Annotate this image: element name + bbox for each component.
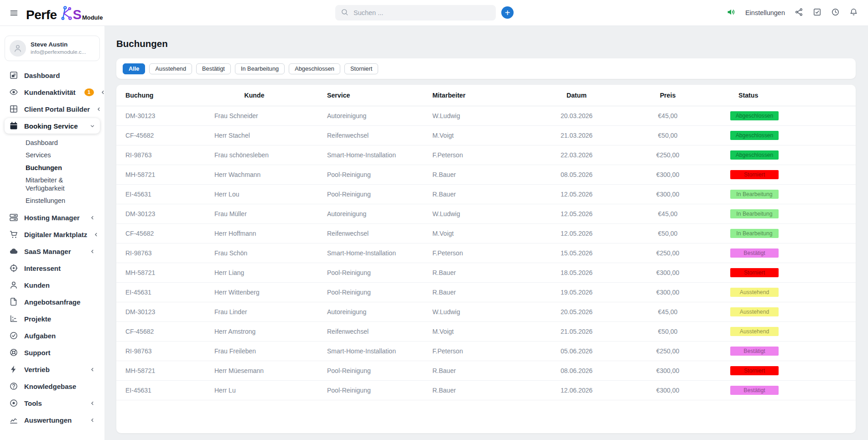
search-input[interactable]: [353, 9, 490, 17]
avatar: [10, 40, 26, 57]
bell-icon[interactable]: [849, 8, 858, 18]
cell-mitarbeiter: F.Peterson: [424, 342, 531, 361]
sidebar-item-vertrieb[interactable]: Vertrieb: [5, 362, 100, 377]
share-icon[interactable]: [795, 8, 803, 18]
cell-preis: €50,00: [622, 126, 713, 145]
sidebar-item-interessent[interactable]: Interessent: [5, 260, 100, 276]
table-row: DM-30123Frau SchneiderAutoreinigungW.Lud…: [116, 106, 856, 126]
clock-icon[interactable]: [831, 8, 840, 18]
sidebar-menu: DashboardKundenaktivität1Client Portal B…: [0, 66, 104, 428]
cell-datum: 20.03.2026: [531, 106, 622, 126]
cell-kunde: Herr Hoffmann: [205, 224, 303, 243]
filter-chip-abgeschlossen[interactable]: Abgeschlossen: [289, 63, 340, 74]
sidebar-item-kunden[interactable]: Kunden: [5, 277, 100, 293]
settings-link[interactable]: Einstellungen: [745, 9, 785, 16]
cell-mitarbeiter: F.Peterson: [424, 145, 531, 165]
cell-datum: 15.05.2026: [531, 243, 622, 263]
topbar: Perfe S Module + Einstellungen: [0, 0, 868, 26]
app-root: Perfe S Module + Einstellungen Steve Aus…: [0, 0, 868, 440]
page-title: Buchungen: [116, 38, 856, 49]
cell-mitarbeiter: R.Bauer: [424, 381, 531, 400]
cell-service: Pool-Reinigung: [303, 361, 424, 381]
cell-preis: €300,00: [622, 361, 713, 381]
cell-service: Pool-Reinigung: [303, 381, 424, 400]
sidebar-item-label: Vertrieb: [24, 366, 50, 373]
sidebar-item-hosting-manager[interactable]: Hosting Manager: [5, 210, 100, 225]
cell-mitarbeiter: M.Voigt: [424, 322, 531, 342]
cell-datum: 22.03.2026: [531, 145, 622, 165]
table-body: DM-30123Frau SchneiderAutoreinigungW.Lud…: [116, 106, 856, 400]
cell-preis: €50,00: [622, 322, 713, 342]
cell-status: Abgeschlossen: [713, 106, 856, 126]
sidebar-subitem-mitarbeiter-verf-gbarkeit[interactable]: Mitarbeiter & Verfügbarkeit: [26, 174, 94, 195]
logo[interactable]: Perfe S Module: [26, 4, 103, 21]
cell-kunde: Herr Lu: [205, 381, 303, 400]
sidebar-subitem-einstellungen[interactable]: Einstellungen: [26, 195, 94, 207]
cell-preis: €45,00: [622, 204, 713, 224]
cell-service: Smart-Home-Installation: [303, 243, 424, 263]
table-row: EI-45631Herr LouPool-ReinigungR.Bauer12.…: [116, 185, 856, 204]
bookings-table: BuchungKundeServiceMitarbeiterDatumPreis…: [116, 85, 856, 400]
topbar-right: Einstellungen: [726, 0, 858, 26]
status-badge: Ausstehend: [730, 307, 779, 316]
chevron-left-icon: [89, 215, 95, 221]
filter-chip-in-bearbeitung[interactable]: In Bearbeitung: [235, 63, 285, 74]
cell-kunde: Herr Amstrong: [205, 322, 303, 342]
sidebar-item-support[interactable]: Support: [5, 345, 100, 360]
cell-buchung: RI-98763: [116, 145, 205, 165]
column-header-buchung: Buchung: [116, 85, 205, 106]
chevron-left-icon: [89, 367, 95, 373]
filter-chip-storniert[interactable]: Storniert: [344, 63, 378, 74]
sidebar-item-aufgaben[interactable]: Aufgaben: [5, 328, 100, 343]
cell-buchung: CF-45682: [116, 224, 205, 243]
hamburger-menu-icon[interactable]: [9, 8, 19, 18]
cell-buchung: EI-45631: [116, 283, 205, 302]
status-badge: Bestätigt: [730, 347, 779, 356]
table-row: RI-98763Frau FreilebenSmart-Home-Install…: [116, 342, 856, 361]
sidebar-item-dashboard[interactable]: Dashboard: [5, 67, 100, 83]
sidebar-subitem-buchungen[interactable]: Buchungen: [26, 162, 94, 174]
filter-chip-alle[interactable]: Alle: [123, 63, 145, 74]
sidebar-item-saas-manager[interactable]: SaaS Manager: [5, 243, 100, 259]
logo-suffix-text: Module: [82, 14, 103, 21]
cell-mitarbeiter: R.Bauer: [424, 263, 531, 283]
bookings-table-card: BuchungKundeServiceMitarbeiterDatumPreis…: [116, 85, 856, 433]
sidebar-item-kundenaktivit-t[interactable]: Kundenaktivität1: [5, 84, 100, 100]
sidebar-item-tools[interactable]: Tools: [5, 395, 100, 411]
sidebar-item-projekte[interactable]: Projekte: [5, 311, 100, 326]
check-circle-icon: [9, 331, 18, 340]
search-box[interactable]: [335, 5, 496, 21]
sidebar-item-label: Knowledgebase: [24, 383, 76, 390]
cell-mitarbeiter: R.Bauer: [424, 185, 531, 204]
server-icon: [9, 213, 18, 222]
cell-preis: €50,00: [622, 224, 713, 243]
sidebar-item-auswertungen[interactable]: Auswertungen: [5, 412, 100, 428]
sidebar-item-digitaler-marktplatz[interactable]: Digitaler Marktplatz: [5, 227, 100, 242]
sidebar-item-knowledgebase[interactable]: Knowledgebase: [5, 378, 100, 394]
chevron-down-icon: [89, 123, 95, 129]
cell-service: Reifenwechsel: [303, 126, 424, 145]
sidebar-item-client-portal-builder[interactable]: Client Portal Builder: [5, 101, 100, 117]
filter-chip-best-tigt[interactable]: Bestätigt: [196, 63, 231, 74]
cell-datum: 12.05.2026: [531, 224, 622, 243]
chevron-left-icon: [89, 417, 95, 423]
sidebar-item-angebotsanfrage[interactable]: Angebotsanfrage: [5, 294, 100, 310]
user-icon: [9, 280, 18, 290]
sidebar-subitem-dashboard[interactable]: Dashboard: [26, 137, 94, 149]
question-circle-icon: [9, 382, 18, 391]
cell-datum: 21.03.2026: [531, 126, 622, 145]
cell-datum: 19.05.2026: [531, 283, 622, 302]
logo-s-text: S: [73, 8, 82, 21]
status-badge: In Bearbeitung: [730, 229, 779, 238]
sidebar-subitem-services[interactable]: Services: [26, 149, 94, 161]
circle-dot-icon: [9, 399, 18, 408]
cell-buchung: EI-45631: [116, 381, 205, 400]
sidebar-item-booking-service[interactable]: Booking Service: [5, 118, 100, 134]
volume-icon[interactable]: [726, 7, 736, 19]
filter-chip-ausstehend[interactable]: Ausstehend: [149, 63, 192, 74]
status-badge: Ausstehend: [730, 288, 779, 297]
user-card[interactable]: Steve Austin info@perfexmodule.c...: [5, 36, 100, 61]
add-button[interactable]: +: [501, 6, 514, 19]
status-badge: Ausstehend: [730, 327, 779, 336]
check-square-icon[interactable]: [813, 8, 821, 18]
